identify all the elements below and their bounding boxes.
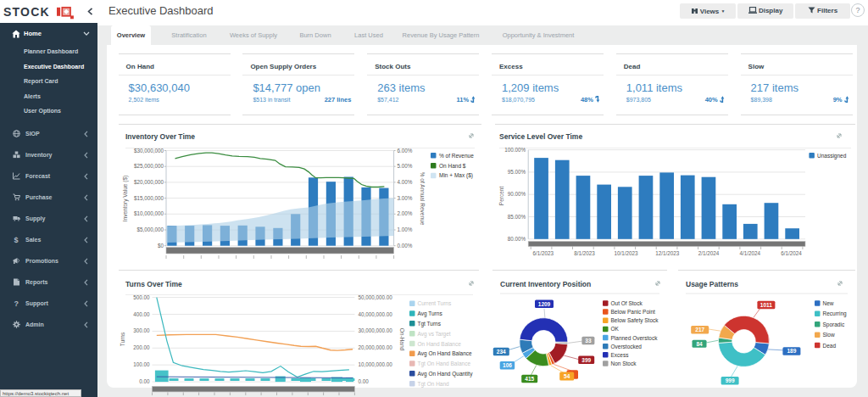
svg-text:New: New: [823, 300, 834, 306]
svg-text:2.00%: 2.00%: [398, 210, 413, 216]
svg-text:Service Level Over Time: Service Level Over Time: [499, 132, 582, 141]
svg-text:Tgt On Hand Balance: Tgt On Hand Balance: [418, 361, 471, 367]
svg-text:Turns Over Time: Turns Over Time: [125, 280, 182, 288]
svg-text:Avg On Hand Quantity: Avg On Hand Quantity: [418, 371, 474, 377]
svg-text:Below Safety Stock: Below Safety Stock: [611, 317, 659, 324]
svg-text:Dead: Dead: [823, 343, 837, 349]
svg-text:400.00: 400.00: [133, 311, 150, 317]
svg-text:$25,000,000: $25,000,000: [134, 163, 164, 169]
svg-text:33: 33: [585, 338, 592, 344]
svg-text:20,000,000.00: 20,000,000.00: [358, 344, 392, 350]
svg-text:$15,000,000: $15,000,000: [134, 195, 164, 201]
svg-text:999: 999: [726, 377, 735, 383]
svg-text:Below Panic Point: Below Panic Point: [611, 309, 656, 315]
svg-text:$30,000,000: $30,000,000: [134, 148, 164, 154]
svg-text:415: 415: [525, 376, 534, 382]
svg-text:Percent: Percent: [498, 187, 504, 206]
svg-text:30,000,000.00: 30,000,000.00: [358, 327, 392, 333]
svg-text:On-Hand: On-Hand: [399, 328, 405, 351]
svg-text:3.00%: 3.00%: [398, 195, 413, 201]
svg-text:90.00%: 90.00%: [508, 191, 526, 197]
svg-text:Tgt On Hand: Tgt On Hand: [418, 381, 450, 388]
svg-text:40,000,000.00: 40,000,000.00: [358, 311, 392, 317]
svg-text:100.00%: 100.00%: [504, 147, 526, 153]
svg-text:Min + Max ($): Min + Max ($): [439, 172, 473, 179]
svg-text:8/1/2023: 8/1/2023: [574, 250, 595, 256]
svg-text:Inventory Value ($): Inventory Value ($): [122, 176, 129, 221]
svg-text:Avg vs Target: Avg vs Target: [418, 331, 451, 338]
svg-text:2/1/2024: 2/1/2024: [698, 250, 720, 256]
svg-text:1209: 1209: [538, 301, 551, 307]
svg-text:500.00: 500.00: [133, 294, 150, 300]
svg-text:6/1/2024: 6/1/2024: [781, 250, 802, 256]
svg-text:On Hand Balance: On Hand Balance: [418, 341, 462, 347]
svg-text:Turns: Turns: [120, 332, 125, 346]
svg-text:4.00%: 4.00%: [398, 179, 413, 185]
svg-text:$5,000,000: $5,000,000: [136, 226, 164, 232]
svg-text:Current Turns: Current Turns: [418, 300, 452, 306]
svg-text:Out Of Stock: Out Of Stock: [611, 300, 643, 306]
svg-text:Excess: Excess: [611, 352, 630, 358]
svg-text:54: 54: [564, 373, 570, 379]
svg-text:0.00%: 0.00%: [398, 243, 413, 249]
svg-text:?: ?: [14, 299, 19, 307]
svg-text:234: 234: [497, 349, 506, 355]
svg-text:10,000,000.00: 10,000,000.00: [358, 361, 392, 367]
svg-text:$: $: [14, 236, 19, 243]
svg-text:Usage Patterns: Usage Patterns: [686, 280, 738, 288]
svg-text:% of Annual Revenue: % of Annual Revenue: [420, 172, 426, 226]
svg-text:Current Inventory Position: Current Inventory Position: [500, 280, 591, 288]
svg-text:85.00%: 85.00%: [508, 214, 526, 220]
svg-text:217: 217: [695, 327, 704, 333]
svg-text:Sporadic: Sporadic: [823, 322, 845, 328]
svg-text:200.00: 200.00: [133, 344, 150, 350]
svg-text:Avg Turns: Avg Turns: [418, 310, 443, 317]
svg-text:OK: OK: [611, 326, 620, 332]
svg-text:$0: $0: [158, 243, 164, 249]
svg-text:300.00: 300.00: [133, 327, 150, 333]
svg-text:Non Stock: Non Stock: [611, 361, 637, 366]
svg-text:1.00%: 1.00%: [398, 226, 413, 232]
svg-text:50,000,000.00: 50,000,000.00: [358, 294, 392, 300]
svg-text:5.00%: 5.00%: [398, 163, 413, 169]
svg-text:6/1/2023: 6/1/2023: [533, 250, 554, 256]
svg-text:$20,000,000: $20,000,000: [134, 179, 164, 185]
svg-text:95.00%: 95.00%: [508, 169, 526, 175]
svg-text:Tgt Turns: Tgt Turns: [418, 321, 442, 327]
svg-text:Slow: Slow: [823, 332, 835, 338]
svg-text:12/1/2023: 12/1/2023: [655, 250, 680, 256]
svg-text:Planned Overstock: Planned Overstock: [611, 335, 659, 341]
svg-text:Unassigned: Unassigned: [817, 153, 847, 159]
svg-text:0.00: 0.00: [139, 378, 150, 384]
svg-text:% of Revenue: % of Revenue: [439, 153, 474, 159]
svg-text:Avg On Hand Balance: Avg On Hand Balance: [418, 350, 473, 357]
svg-text:STOCK: STOCK: [3, 5, 50, 19]
svg-text:189: 189: [787, 348, 796, 354]
svg-text:$10,000,000: $10,000,000: [134, 210, 164, 216]
svg-text:Inventory Over Time: Inventory Over Time: [125, 132, 195, 141]
svg-text:84: 84: [696, 341, 703, 347]
svg-text:10/1/2023: 10/1/2023: [614, 250, 638, 256]
svg-text:399: 399: [581, 357, 591, 363]
svg-text:6.00%: 6.00%: [398, 148, 413, 154]
svg-text:106: 106: [503, 362, 512, 368]
svg-text:Overstocked: Overstocked: [611, 344, 643, 349]
svg-text:4/1/2024: 4/1/2024: [740, 250, 761, 256]
svg-text:0.00: 0.00: [358, 378, 369, 384]
svg-text:Recurring: Recurring: [823, 310, 848, 317]
svg-text:100.00: 100.00: [133, 361, 150, 367]
svg-text:80.00%: 80.00%: [508, 236, 526, 242]
svg-text:On Hand $: On Hand $: [439, 163, 466, 169]
svg-text:1011: 1011: [760, 302, 772, 308]
